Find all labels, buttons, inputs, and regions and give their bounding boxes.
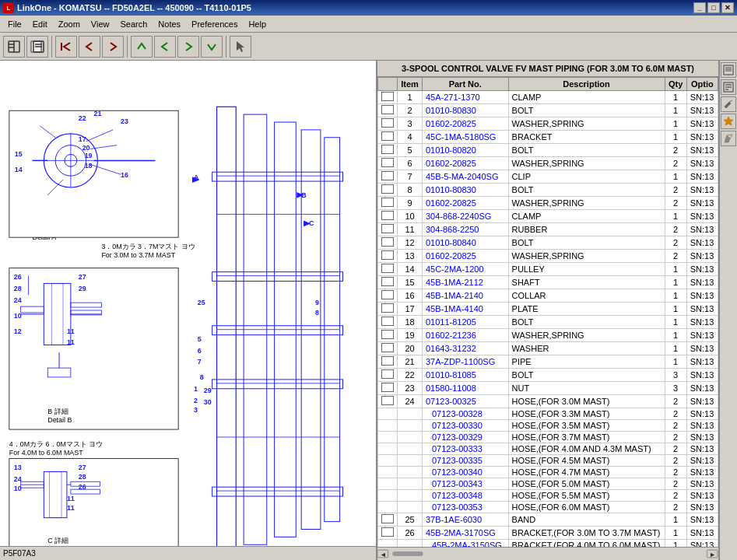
toolbar-up-button[interactable] [131, 36, 153, 58]
table-row[interactable]: 801010-80830BOLT2SN:13 [378, 184, 718, 197]
table-row[interactable]: 2407123-00325HOSE,(FOR 3.0M MAST)2SN:13 [378, 395, 718, 408]
table-row[interactable]: 2137A-ZDP-1100SGPIPE1SN:13 [378, 355, 718, 369]
row-checkbox[interactable] [381, 527, 394, 537]
table-row[interactable]: 1801011-81205BOLT1SN:13 [378, 316, 718, 329]
table-row[interactable]: 145A-271-1370CLAMP1SN:13 [378, 91, 718, 104]
table-row[interactable]: 2301580-11008NUT3SN:13 [378, 382, 718, 395]
table-row[interactable]: 10304-868-2240SGCLAMP1SN:13 [378, 210, 718, 223]
row-part[interactable]: 45B-5-MA-2040SG [422, 170, 508, 184]
toolbar-next2-button[interactable] [177, 36, 199, 58]
row-checkbox[interactable] [381, 105, 394, 114]
row-checkbox[interactable] [381, 356, 394, 366]
row-part[interactable]: 01602-20825 [422, 197, 508, 210]
table-row[interactable]: 445C-1MA-5180SGBRACKET1SN:13 [378, 131, 718, 144]
row-checkbox[interactable] [381, 184, 394, 194]
maximize-button[interactable]: □ [707, 2, 720, 13]
menu-file[interactable]: File [3, 18, 26, 30]
bottom-scrollbar[interactable]: ◄ ► [377, 547, 718, 559]
row-part[interactable]: 37B-1AE-6030 [422, 513, 508, 527]
toolbar-pointer-button[interactable] [230, 36, 251, 58]
vtoolbar-btn1[interactable] [721, 62, 736, 78]
row-checkbox[interactable] [381, 369, 394, 379]
row-part[interactable]: 01602-21236 [422, 329, 508, 342]
row-checkbox[interactable] [381, 317, 394, 326]
row-part[interactable]: 01602-20825 [422, 250, 508, 263]
row-part[interactable]: 45B-1MA-2112 [422, 276, 508, 289]
minimize-button[interactable]: _ [693, 2, 706, 13]
menu-edit[interactable]: Edit [28, 18, 52, 30]
table-row[interactable]: 1745B-1MA-4140PLATE1SN:13 [378, 303, 718, 316]
table-scroll[interactable]: Item Part No. Description Qty Optio 145A… [377, 77, 718, 547]
row-checkbox[interactable] [381, 303, 394, 313]
table-row[interactable]: 07123-00329HOSE,(FOR 3.7M MAST)2SN:13 [378, 432, 718, 443]
row-part[interactable]: 304-868-2240SG [422, 210, 508, 223]
table-row[interactable]: 2537B-1AE-6030BAND1SN:13 [378, 513, 718, 527]
table-row[interactable]: 301602-20825WASHER,SPRING1SN:13 [378, 117, 718, 131]
row-checkbox[interactable] [381, 198, 394, 207]
row-part[interactable]: 01602-20825 [422, 117, 508, 131]
table-row[interactable]: 901602-20825WASHER,SPRING2SN:13 [378, 197, 718, 210]
row-part[interactable]: 45C-2MA-1200 [422, 263, 508, 276]
menu-view[interactable]: View [86, 18, 114, 30]
table-row[interactable]: 1645B-1MA-2140COLLAR1SN:13 [378, 289, 718, 303]
row-checkbox[interactable] [381, 171, 394, 180]
vtoolbar-btn2[interactable] [721, 79, 736, 95]
toolbar-book1-button[interactable] [3, 36, 25, 58]
row-part[interactable]: 304-868-2250 [422, 223, 508, 236]
table-row[interactable]: 2001643-31232WASHER1SN:13 [378, 342, 718, 355]
row-checkbox[interactable] [381, 211, 394, 220]
toolbar-prev-button[interactable] [79, 36, 100, 58]
menu-search[interactable]: Search [115, 18, 152, 30]
table-row[interactable]: 1545B-1MA-2112SHAFT1SN:13 [378, 276, 718, 289]
row-part[interactable]: 45B-1MA-2140 [422, 289, 508, 303]
row-part[interactable]: 01010-80820 [422, 144, 508, 157]
row-checkbox[interactable] [381, 396, 394, 405]
row-part[interactable]: 37A-ZDP-1100SG [422, 355, 508, 369]
row-checkbox[interactable] [381, 224, 394, 233]
row-checkbox[interactable] [381, 290, 394, 299]
toolbar-down-button[interactable] [201, 36, 223, 58]
close-button[interactable]: ✕ [721, 2, 734, 13]
row-checkbox[interactable] [381, 92, 394, 101]
row-part[interactable]: 07123-00353 [422, 502, 508, 513]
table-row[interactable]: 2645B-2MA-3170SGBRACKET,(FOR 3.0M TO 3.7… [378, 527, 718, 540]
table-row[interactable]: 07123-00330HOSE,(FOR 3.5M MAST)2SN:13 [378, 420, 718, 432]
table-row[interactable]: 201010-80830BOLT1SN:13 [378, 104, 718, 117]
row-checkbox[interactable] [381, 250, 394, 260]
table-row[interactable]: 1201010-80840BOLT2SN:13 [378, 236, 718, 250]
table-row[interactable]: 1445C-2MA-1200PULLEY1SN:13 [378, 263, 718, 276]
row-part[interactable]: 01010-81085 [422, 369, 508, 382]
row-part[interactable]: 07123-00343 [422, 478, 508, 490]
table-row[interactable]: 07123-00343HOSE,(FOR 5.0M MAST)2SN:13 [378, 478, 718, 490]
row-part[interactable]: 07123-00335 [422, 455, 508, 467]
row-part[interactable]: 07123-00330 [422, 420, 508, 432]
row-checkbox[interactable] [381, 131, 394, 141]
row-checkbox[interactable] [381, 514, 394, 523]
table-row[interactable]: 745B-5-MA-2040SGCLIP1SN:13 [378, 170, 718, 184]
row-part[interactable]: 07123-00333 [422, 443, 508, 455]
menu-zoom[interactable]: Zoom [54, 18, 85, 30]
table-row[interactable]: 07123-00353HOSE,(FOR 6.0M MAST)2SN:13 [378, 502, 718, 513]
row-checkbox[interactable] [381, 277, 394, 286]
table-row[interactable]: 45B-2MA-3150SGBRACKET,(FOR 4.0M TO 6.0M … [378, 540, 718, 548]
row-checkbox[interactable] [381, 237, 394, 247]
row-part[interactable]: 01010-80830 [422, 104, 508, 117]
row-part[interactable]: 07123-00340 [422, 467, 508, 478]
diagram-area[interactable]: 3．0Mカラ 3．7Mマスト ヨウ For 3.0M to 3.7M MAST … [0, 61, 376, 560]
row-part[interactable]: 07123-00328 [422, 408, 508, 420]
row-checkbox[interactable] [381, 158, 394, 167]
row-part[interactable]: 45C-1MA-5180SG [422, 131, 508, 144]
vtoolbar-btn3[interactable] [721, 96, 736, 112]
row-part[interactable]: 45A-271-1370 [422, 91, 508, 104]
row-part[interactable]: 01580-11008 [422, 382, 508, 395]
row-part[interactable]: 07123-00348 [422, 490, 508, 502]
row-checkbox[interactable] [381, 264, 394, 273]
table-row[interactable]: 07123-00333HOSE,(FOR 4.0M AND 4.3M MAST)… [378, 443, 718, 455]
row-part[interactable]: 07123-00325 [422, 395, 508, 408]
row-part[interactable]: 45B-2MA-3170SG [422, 527, 508, 540]
row-part[interactable]: 01011-81205 [422, 316, 508, 329]
table-row[interactable]: 1901602-21236WASHER,SPRING1SN:13 [378, 329, 718, 342]
row-part[interactable]: 01643-31232 [422, 342, 508, 355]
toolbar-book2-button[interactable] [26, 36, 48, 58]
menu-preferences[interactable]: Preferences [187, 18, 242, 30]
